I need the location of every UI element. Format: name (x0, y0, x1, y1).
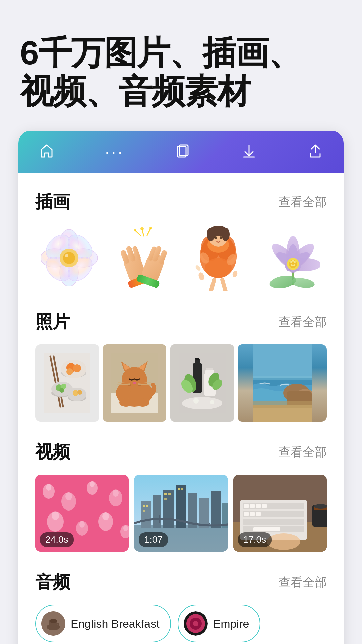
svg-line-91 (117, 384, 130, 385)
app-card: ··· 插画 (18, 131, 344, 644)
svg-point-97 (182, 397, 222, 409)
audio-label-english-breakfast: English Breakfast (71, 617, 160, 630)
illus-flower-girl[interactable] (184, 224, 252, 291)
svg-rect-117 (253, 401, 312, 408)
svg-point-36 (198, 272, 205, 281)
svg-point-185 (193, 621, 198, 626)
audio-label-empire: Empire (213, 617, 249, 630)
illustrations-header: 插画 查看全部 (35, 190, 327, 214)
svg-line-25 (135, 231, 140, 235)
svg-rect-149 (143, 510, 145, 512)
layers-icon[interactable] (175, 143, 191, 161)
svg-rect-153 (178, 488, 180, 490)
svg-rect-103 (206, 368, 213, 370)
svg-point-136 (123, 525, 128, 531)
audio-view-all[interactable]: 查看全部 (279, 574, 327, 591)
svg-point-95 (136, 398, 149, 407)
svg-point-41 (207, 228, 215, 241)
photos-view-all[interactable]: 查看全部 (279, 314, 327, 330)
svg-point-44 (220, 236, 222, 239)
svg-rect-151 (168, 493, 171, 495)
svg-line-46 (222, 280, 226, 291)
navbar: ··· (18, 131, 344, 173)
svg-rect-172 (256, 512, 261, 516)
svg-rect-118 (253, 376, 312, 380)
svg-rect-164 (243, 519, 304, 525)
svg-point-110 (210, 400, 214, 404)
svg-point-26 (140, 227, 144, 230)
hero-title: 6千万图片、插画、 视频、音频素材 (0, 20, 362, 131)
svg-point-37 (232, 270, 238, 278)
svg-rect-168 (256, 504, 261, 508)
audio-chip-english-breakfast[interactable]: English Breakfast (35, 605, 171, 642)
audio-section: 音频 查看全部 (35, 571, 327, 644)
photo-sea[interactable] (238, 344, 327, 422)
svg-point-63 (293, 264, 295, 266)
svg-point-122 (46, 484, 51, 491)
svg-rect-173 (253, 527, 280, 531)
svg-point-28 (134, 229, 136, 231)
svg-point-84 (122, 367, 147, 392)
video-city[interactable]: 1:07 (134, 475, 228, 552)
video-duration-2: 1:07 (139, 532, 168, 547)
photo-cat[interactable] (103, 344, 167, 422)
svg-point-70 (73, 364, 81, 372)
photo-bottles[interactable] (170, 344, 234, 422)
photos-grid (35, 344, 327, 422)
svg-point-89 (133, 382, 136, 384)
page-wrapper: 6千万图片、插画、 视频、音频素材 ··· (0, 0, 362, 644)
illustrations-row (35, 224, 327, 291)
svg-point-43 (214, 236, 217, 239)
illustrations-section: 插画 查看全部 (35, 190, 327, 291)
svg-rect-99 (195, 359, 200, 366)
svg-point-76 (59, 388, 64, 393)
video-duration-1: 24.0s (40, 532, 74, 547)
svg-rect-152 (164, 498, 167, 500)
audio-row: English Breakfast (35, 605, 327, 644)
videos-view-all[interactable]: 查看全部 (279, 444, 327, 461)
svg-line-24 (147, 229, 150, 235)
svg-point-94 (119, 398, 133, 407)
download-icon[interactable] (241, 143, 257, 161)
video-duration-3: 17.0s (238, 532, 272, 547)
share-icon[interactable] (307, 143, 323, 161)
home-icon[interactable] (39, 143, 55, 161)
svg-rect-150 (164, 493, 167, 495)
illus-lotus[interactable] (259, 224, 327, 291)
svg-point-128 (113, 489, 119, 497)
photo-food[interactable] (35, 344, 99, 422)
svg-rect-145 (211, 491, 221, 528)
svg-rect-170 (244, 512, 249, 516)
svg-line-93 (138, 384, 152, 385)
audio-title: 音频 (35, 571, 70, 594)
svg-rect-139 (141, 501, 151, 528)
svg-point-27 (149, 227, 152, 229)
video-desk[interactable]: 17.0s (233, 475, 327, 552)
videos-title: 视频 (35, 440, 70, 464)
illustrations-title: 插画 (35, 190, 70, 214)
video-rain[interactable]: 24.0s (35, 475, 129, 552)
svg-point-130 (52, 511, 59, 520)
audio-thumb-english-breakfast (41, 611, 65, 636)
svg-point-181 (49, 619, 57, 623)
videos-section: 视频 查看全部 (35, 440, 327, 552)
photos-title: 照片 (35, 310, 70, 334)
illus-bubble-flower[interactable] (35, 224, 103, 291)
videos-header: 视频 查看全部 (35, 440, 327, 464)
photos-header: 照片 查看全部 (35, 310, 327, 334)
audio-thumb-empire (184, 611, 208, 636)
svg-point-176 (314, 504, 327, 509)
svg-rect-147 (143, 505, 145, 507)
videos-row: 24.0s (35, 475, 327, 552)
svg-rect-169 (262, 504, 267, 508)
svg-line-23 (142, 229, 144, 236)
more-icon[interactable]: ··· (105, 144, 124, 160)
audio-chip-empire[interactable]: Empire (178, 605, 261, 642)
svg-rect-167 (250, 504, 255, 508)
illustrations-view-all[interactable]: 查看全部 (279, 194, 327, 210)
illus-clapping-hands[interactable] (110, 224, 178, 291)
svg-point-124 (65, 492, 72, 500)
svg-point-61 (292, 260, 294, 262)
svg-point-12 (65, 254, 68, 257)
svg-rect-166 (244, 504, 249, 508)
